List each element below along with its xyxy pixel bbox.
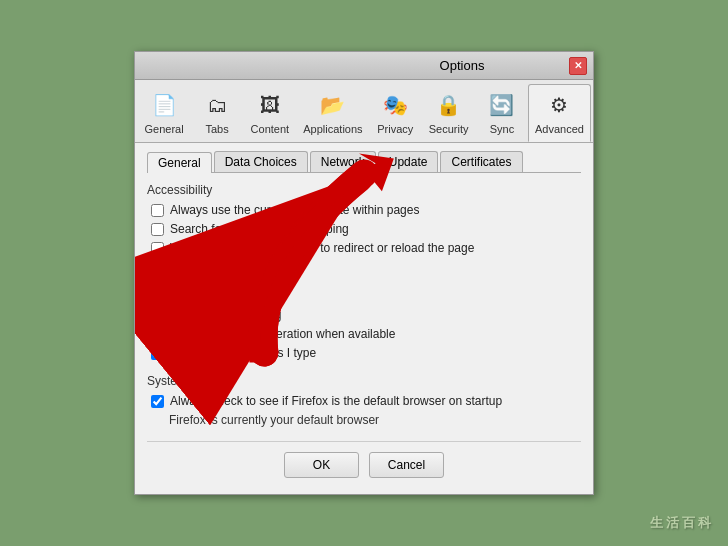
system-defaults-title: System Defaults [147, 374, 581, 388]
content-icon: 🖼 [254, 89, 286, 121]
toolbar-item-content[interactable]: 🖼 Content [243, 84, 297, 142]
toolbar-item-tabs[interactable]: 🗂 Tabs [191, 84, 243, 142]
applications-icon: 📂 [317, 89, 349, 121]
general-icon: 📄 [148, 89, 180, 121]
default-browser-label: Always check to see if Firefox is the de… [170, 394, 502, 408]
options-dialog: Options ✕ 📄 General 🗂 Tabs 🖼 Content 📂 A… [134, 51, 594, 495]
checkbox-row-autoscrolling: Use autoscrolling [147, 289, 581, 303]
privacy-icon: 🎭 [379, 89, 411, 121]
tab-data-choices[interactable]: Data Choices [214, 151, 308, 172]
title-bar: Options ✕ [135, 52, 593, 80]
toolbar-item-sync[interactable]: 🔄 Sync [476, 84, 528, 142]
autoscrolling-checkbox[interactable] [151, 290, 164, 303]
spell-check-label: Check my spelling as I type [170, 346, 316, 360]
smooth-scrolling-label: Use smooth scrolling [170, 308, 281, 322]
checkbox-row-keyboard-nav: Always use the cursor to navigate within… [147, 203, 581, 217]
toolbar-item-privacy[interactable]: 🎭 Privacy [369, 84, 421, 142]
checkbox-row-smooth-scrolling: Use smooth scrolling [147, 308, 581, 322]
keyboard-nav-checkbox[interactable] [151, 204, 164, 217]
tab-general[interactable]: General [147, 152, 212, 173]
autoscrolling-label: Use autoscrolling [170, 289, 262, 303]
accessibility-section: Accessibility Always use the cursor to n… [147, 183, 581, 255]
system-defaults-section: System Defaults Always check to see if F… [147, 374, 581, 427]
warn-redirect-checkbox[interactable] [151, 242, 164, 255]
toolbar: 📄 General 🗂 Tabs 🖼 Content 📂 Application… [135, 80, 593, 143]
cancel-button[interactable]: Cancel [369, 452, 444, 478]
toolbar-item-applications[interactable]: 📂 Applications [297, 84, 370, 142]
window-title: Options [355, 58, 569, 73]
ok-button[interactable]: OK [284, 452, 359, 478]
default-browser-info: Firefox is currently your default browse… [147, 413, 581, 427]
accessibility-title: Accessibility [147, 183, 581, 197]
security-icon: 🔒 [433, 89, 465, 121]
button-row: OK Cancel [147, 441, 581, 486]
sync-icon: 🔄 [486, 89, 518, 121]
tab-certificates[interactable]: Certificates [440, 151, 522, 172]
close-button[interactable]: ✕ [569, 57, 587, 75]
default-browser-checkbox[interactable] [151, 395, 164, 408]
spell-check-checkbox[interactable] [151, 347, 164, 360]
warn-redirect-label: Warn me when websites try to redirect or… [170, 241, 474, 255]
toolbar-item-advanced[interactable]: ⚙ Advanced [528, 84, 591, 142]
toolbar-item-security[interactable]: 🔒 Security [421, 84, 476, 142]
browsing-section: Browsing Use autoscrolling Use smooth sc… [147, 269, 581, 360]
hw-accel-label: Use hardware acceleration when available [170, 327, 395, 341]
checkbox-row-warn-redirect: Warn me when websites try to redirect or… [147, 241, 581, 255]
browsing-title: Browsing [147, 269, 581, 283]
tabs-icon: 🗂 [201, 89, 233, 121]
search-typing-label: Search for text when I start typing [170, 222, 349, 236]
checkbox-row-hw-accel: Use hardware acceleration when available [147, 327, 581, 341]
tab-bar: General Data Choices Network Update Cert… [147, 151, 581, 173]
search-typing-checkbox[interactable] [151, 223, 164, 236]
checkbox-row-search-typing: Search for text when I start typing [147, 222, 581, 236]
advanced-icon: ⚙ [543, 89, 575, 121]
toolbar-item-general[interactable]: 📄 General [137, 84, 191, 142]
tab-update[interactable]: Update [378, 151, 439, 172]
hw-accel-checkbox[interactable] [151, 328, 164, 341]
tab-network[interactable]: Network [310, 151, 376, 172]
watermark: 生活百科 [650, 514, 714, 532]
keyboard-nav-label: Always use the cursor to navigate within… [170, 203, 419, 217]
checkbox-row-default-browser: Always check to see if Firefox is the de… [147, 394, 581, 408]
checkbox-row-spell-check: Check my spelling as I type [147, 346, 581, 360]
content-area: General Data Choices Network Update Cert… [135, 143, 593, 494]
smooth-scrolling-checkbox[interactable] [151, 309, 164, 322]
